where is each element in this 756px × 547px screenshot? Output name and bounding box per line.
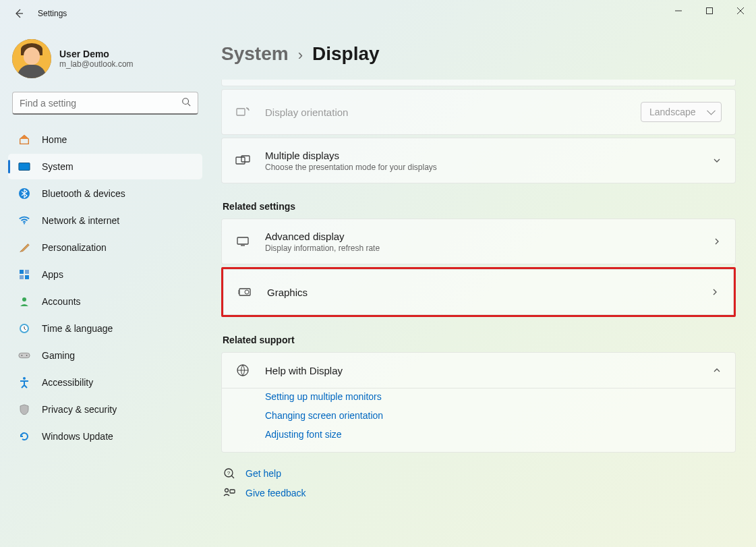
system-icon [18, 160, 31, 173]
svg-point-4 [24, 223, 25, 224]
minimize-button[interactable] [663, 0, 694, 22]
window-title: Settings [38, 9, 67, 18]
chevron-right-icon [710, 287, 720, 297]
globe-help-icon [235, 364, 250, 377]
nav-system[interactable]: System [8, 154, 202, 179]
nav-label: Windows Update [42, 431, 113, 442]
svg-rect-6 [25, 270, 29, 274]
nav-accounts[interactable]: Accounts [8, 289, 202, 314]
maximize-button[interactable] [694, 0, 725, 22]
chevron-up-icon [712, 366, 722, 375]
row-display-orientation: Display orientation Landscape [222, 90, 735, 134]
nav-home[interactable]: Home [8, 127, 202, 152]
nav-privacy[interactable]: Privacy & security [8, 397, 202, 422]
orientation-dropdown[interactable]: Landscape [641, 102, 722, 122]
person-icon [18, 295, 31, 308]
svg-rect-12 [19, 353, 30, 357]
chevron-down-icon [712, 156, 722, 165]
svg-rect-8 [25, 275, 29, 279]
row-advanced-display[interactable]: Advanced display Display information, re… [222, 219, 735, 264]
nav-apps[interactable]: Apps [8, 262, 202, 287]
apps-icon [18, 268, 31, 281]
nav-label: System [42, 161, 74, 172]
chevron-right-icon: › [298, 47, 303, 64]
user-email: m_lab@outlook.com [59, 59, 134, 69]
help-title: Help with Display [265, 365, 712, 376]
nav-label: Network & internet [42, 215, 119, 226]
nav-bluetooth[interactable]: Bluetooth & devices [8, 181, 202, 206]
nav-network[interactable]: Network & internet [8, 208, 202, 233]
bluetooth-icon [18, 187, 31, 200]
row-subtitle: Display information, refresh rate [265, 243, 712, 253]
back-button[interactable] [12, 7, 26, 20]
svg-rect-17 [236, 157, 245, 164]
user-name: User Demo [59, 49, 134, 59]
svg-point-13 [22, 355, 23, 356]
get-help-icon: ? [223, 467, 236, 480]
shield-icon [18, 403, 31, 416]
gpu-icon [237, 287, 252, 297]
get-help-link[interactable]: Get help [245, 468, 281, 479]
nav-gaming[interactable]: Gaming [8, 343, 202, 368]
svg-rect-16 [237, 109, 245, 115]
row-subtitle: Choose the presentation mode for your di… [265, 163, 712, 172]
related-support-label: Related support [223, 335, 736, 345]
help-link-font-size[interactable]: Adjusting font size [265, 429, 722, 440]
breadcrumb-parent[interactable]: System [221, 43, 289, 65]
feedback-icon [223, 488, 236, 498]
help-card: Help with Display Setting up multiple mo… [221, 352, 736, 453]
help-link-multiple-monitors[interactable]: Setting up multiple monitors [265, 391, 722, 402]
nav-label: Accessibility [42, 377, 93, 388]
nav-label: Time & language [42, 323, 113, 334]
svg-point-9 [22, 297, 26, 301]
svg-text:?: ? [227, 470, 231, 476]
home-icon [18, 133, 31, 146]
user-profile[interactable]: User Demo m_lab@outlook.com [8, 36, 202, 88]
help-header[interactable]: Help with Display [222, 353, 735, 388]
breadcrumb-current: Display [312, 43, 380, 65]
close-button[interactable] [725, 0, 756, 22]
search-box[interactable] [12, 92, 198, 115]
nav-accessibility[interactable]: Accessibility [8, 370, 202, 395]
gamepad-icon [18, 349, 31, 362]
row-graphics[interactable]: Graphics [224, 270, 733, 314]
svg-rect-2 [19, 163, 30, 171]
clock-icon [18, 322, 31, 335]
nav-label: Privacy & security [42, 404, 117, 415]
svg-rect-0 [707, 8, 713, 14]
chevron-right-icon [712, 237, 722, 246]
breadcrumb: System › Display [221, 43, 736, 65]
svg-rect-26 [230, 490, 235, 493]
highlight-graphics: Graphics [221, 267, 736, 317]
svg-rect-7 [20, 275, 24, 279]
svg-point-21 [245, 290, 249, 294]
row-title: Graphics [267, 287, 710, 298]
nav-update[interactable]: Windows Update [8, 424, 202, 449]
nav-label: Accounts [42, 296, 81, 307]
nav-label: Gaming [42, 350, 75, 361]
svg-rect-19 [237, 237, 248, 244]
row-title: Display orientation [265, 107, 641, 118]
svg-point-15 [23, 377, 26, 380]
help-link-orientation[interactable]: Changing screen orientation [265, 410, 722, 421]
svg-rect-5 [20, 270, 24, 274]
displays-icon [235, 155, 250, 166]
feedback-link[interactable]: Give feedback [245, 488, 306, 498]
svg-point-25 [225, 489, 229, 492]
related-settings-label: Related settings [223, 201, 736, 212]
nav-label: Apps [42, 269, 63, 280]
row-multiple-displays[interactable]: Multiple displays Choose the presentatio… [222, 138, 735, 183]
nav-personalization[interactable]: Personalization [8, 235, 202, 260]
nav-label: Personalization [42, 242, 107, 253]
monitor-icon [235, 236, 250, 247]
nav-time[interactable]: Time & language [8, 316, 202, 341]
wifi-icon [18, 214, 31, 227]
card-edge [221, 80, 736, 86]
nav-label: Bluetooth & devices [42, 188, 125, 199]
row-title: Advanced display [265, 231, 712, 242]
orientation-icon [235, 107, 250, 117]
update-icon [18, 430, 31, 443]
row-title: Multiple displays [265, 150, 712, 161]
search-input[interactable] [20, 98, 181, 109]
accessibility-icon [18, 376, 31, 389]
